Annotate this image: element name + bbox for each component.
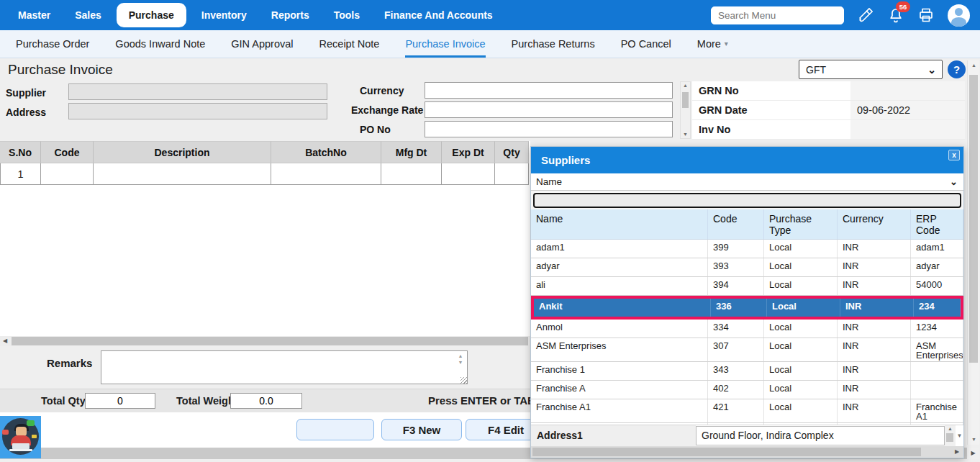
table-cell[interactable] <box>41 163 94 185</box>
notifications-bell-icon[interactable]: 56 <box>887 6 904 24</box>
menu-item-sales[interactable]: Sales <box>65 4 111 26</box>
supplier-erp-code: Franchise A1 <box>911 399 963 422</box>
user-avatar[interactable] <box>948 4 970 27</box>
currency-field[interactable] <box>425 82 673 99</box>
tab-receipt-note[interactable]: Receipt Note <box>319 30 380 58</box>
total-weight-label: Total Weight <box>176 395 238 407</box>
tab-label: More <box>697 38 721 50</box>
company-select[interactable]: GFT ⌄ <box>799 60 943 79</box>
tab-label: PO Cancel <box>621 38 671 50</box>
supplier-purchase-type: Local <box>764 399 838 422</box>
scrollbar-thumb[interactable] <box>532 448 921 456</box>
scroll-left-icon[interactable]: ◀ <box>0 336 10 346</box>
supplier-row-asm-enterprises[interactable]: ASM Enterprises307LocalINRASM Enterprise… <box>531 338 963 362</box>
column-header-code: Code <box>708 209 764 239</box>
supplier-currency: INR <box>838 399 911 422</box>
supplier-row-adyar[interactable]: adyar393LocalINRadyar <box>531 258 963 277</box>
tab-label: Receipt Note <box>319 38 380 50</box>
resize-handle-icon[interactable] <box>460 377 467 384</box>
menu-item-purchase[interactable]: Purchase <box>117 3 186 27</box>
column-header-mfg-dt: Mfg Dt <box>381 141 442 163</box>
close-icon[interactable]: x <box>948 150 960 160</box>
supplier-search-input[interactable] <box>533 193 961 208</box>
suppliers-dialog-header[interactable]: Suppliers x <box>531 147 963 173</box>
remarks-spinner[interactable]: ▲▼ <box>456 353 465 366</box>
menu-item-inventory[interactable]: Inventory <box>192 4 256 26</box>
supplier-code: 402 <box>708 381 764 399</box>
scrollbar-thumb[interactable] <box>12 337 528 345</box>
supplier-row-franchise-1[interactable]: Franchise 1343LocalINR <box>531 362 963 381</box>
printer-icon[interactable] <box>917 6 935 24</box>
supplier-erp-code: adyar <box>911 258 963 276</box>
supplier-name: ali <box>531 277 708 295</box>
page-scrollbar[interactable]: ▲ ▼ <box>967 60 979 445</box>
column-header-purchase-type: Purchase Type <box>764 209 838 239</box>
po-no-label: PO No <box>360 124 391 135</box>
scroll-up-icon[interactable]: ▲ <box>681 82 690 89</box>
scroll-down-icon[interactable]: ▼ <box>968 436 980 443</box>
po-no-field[interactable] <box>425 121 673 137</box>
table-cell[interactable] <box>381 163 442 185</box>
tab-purchase-returns[interactable]: Purchase Returns <box>512 30 595 58</box>
scroll-up-icon[interactable]: ▲ <box>945 425 956 432</box>
table-cell[interactable]: 1 <box>0 163 41 185</box>
address-scrollbar[interactable]: ▲ <box>945 425 956 446</box>
scrollbar-thumb[interactable] <box>969 75 978 363</box>
supplier-row-anmol[interactable]: Anmol334LocalINR1234 <box>531 320 963 338</box>
grn-row-grn-no[interactable]: GRN No <box>692 81 965 101</box>
tab-more[interactable]: More▾ <box>697 30 728 58</box>
scroll-down-icon[interactable]: ▼ <box>956 425 963 446</box>
supplier-row-franchise-a[interactable]: Franchise A402LocalINR <box>531 381 963 399</box>
menu-item-master[interactable]: Master <box>9 4 60 26</box>
scrollbar-thumb[interactable] <box>682 92 689 108</box>
tab-purchase-order[interactable]: Purchase Order <box>16 30 89 58</box>
total-weight-field[interactable] <box>230 393 302 409</box>
scroll-right-icon[interactable]: ▶ <box>967 448 979 459</box>
exchange-rate-field[interactable] <box>425 101 673 118</box>
scroll-right-icon[interactable]: ▶ <box>952 446 962 458</box>
items-hscrollbar[interactable]: ◀ <box>0 336 530 346</box>
scroll-up-icon[interactable]: ▲ <box>968 62 980 69</box>
supplier-erp-code <box>911 381 963 399</box>
supplier-purchase-type: Local <box>764 240 838 258</box>
popup-hscrollbar[interactable]: ▶ <box>531 446 963 458</box>
table-cell[interactable] <box>495 163 529 185</box>
tab-gin-approval[interactable]: GIN Approval <box>231 30 293 58</box>
form-scrollbar[interactable]: ▲ ▼ <box>680 81 691 139</box>
supplier-row-adam1[interactable]: adam1399LocalINRadam1 <box>531 240 963 258</box>
supplier-row-franchise-a1[interactable]: Franchise A1421LocalINRFranchise A1 <box>531 399 963 423</box>
total-qty-field[interactable] <box>85 393 155 409</box>
scroll-down-icon[interactable]: ▼ <box>681 131 690 138</box>
address-field[interactable] <box>68 103 327 119</box>
table-cell[interactable] <box>271 163 381 185</box>
avatar-body-shape <box>951 17 966 27</box>
tab-po-cancel[interactable]: PO Cancel <box>621 30 671 58</box>
supplier-code: 394 <box>708 277 764 295</box>
menu-item-reports[interactable]: Reports <box>262 4 319 26</box>
filter-field-select[interactable]: Name ⌄ <box>531 173 963 191</box>
menu-item-finance-and-accounts[interactable]: Finance And Accounts <box>375 4 502 26</box>
menu-item-tools[interactable]: Tools <box>325 4 369 26</box>
supplier-row-ankit[interactable]: Ankit336LocalINR234 <box>531 296 963 320</box>
theme-brush-icon[interactable] <box>857 6 874 24</box>
cartoon-bubble <box>32 435 37 438</box>
supplier-field[interactable] <box>68 83 327 100</box>
grn-row-value <box>850 120 965 139</box>
supplier-row-ali[interactable]: ali394LocalINR54000 <box>531 277 963 296</box>
tab-purchase-invoice[interactable]: Purchase Invoice <box>405 30 485 58</box>
table-row: 1 <box>0 163 529 185</box>
f3-new-button[interactable]: F3 New <box>381 419 462 440</box>
support-avatar-image[interactable] <box>0 416 41 458</box>
grn-row-inv-no[interactable]: Inv No <box>692 120 965 140</box>
help-button[interactable]: ? <box>948 60 966 78</box>
grn-row-grn-date[interactable]: GRN Date09-06-2022 <box>692 101 965 120</box>
remarks-textarea[interactable] <box>101 350 468 384</box>
tab-goods-inward-note[interactable]: Goods Inward Note <box>115 30 205 58</box>
search-input[interactable] <box>711 6 844 24</box>
suppliers-dialog: Suppliers x Name ⌄ NameCodePurchase Type… <box>530 146 964 458</box>
blank-button[interactable] <box>296 419 374 440</box>
table-cell[interactable] <box>442 163 495 185</box>
scrollbar-thumb[interactable] <box>946 433 953 442</box>
tab-label: Purchase Invoice <box>405 38 485 50</box>
table-cell[interactable] <box>94 163 271 185</box>
